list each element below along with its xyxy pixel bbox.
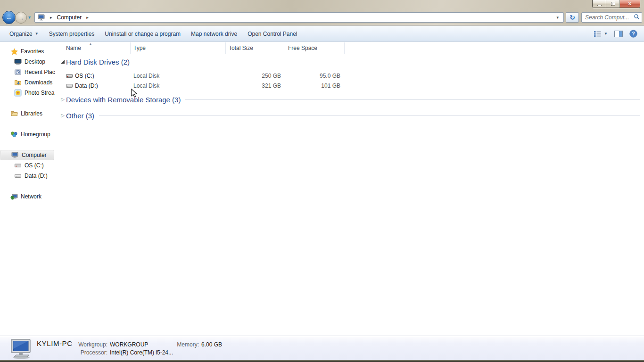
group-header-other[interactable]: ▷ Other (3) — [55, 109, 644, 122]
sidebar-item-computer[interactable]: Computer — [0, 150, 54, 160]
group-header-hard-disk-drives[interactable]: Hard Disk Drives (2) — [55, 56, 644, 68]
sidebar-item-network[interactable]: Network — [0, 191, 55, 202]
group-header-removable-storage[interactable]: ▷ Devices with Removable Storage (3) — [55, 93, 644, 106]
group-expanded-icon[interactable] — [60, 60, 66, 64]
map-network-drive-button[interactable]: Map network drive — [186, 28, 242, 40]
change-view-button[interactable]: ▼ — [594, 31, 608, 37]
window-body: Favorites Desktop Recent Plac Downloads — [0, 42, 644, 336]
drive-list: OS (C:) Local Disk 250 GB 95.0 GB Data (… — [55, 71, 644, 90]
details-pane: KYLIM-PC Workgroup: WORKGROUP Processor:… — [0, 336, 644, 360]
drive-c-icon — [66, 72, 73, 80]
breadcrumb-arrow-icon[interactable]: ▸ — [86, 15, 89, 20]
downloads-icon — [14, 79, 22, 86]
sidebar-item-os-c[interactable]: OS (C:) — [0, 160, 55, 171]
drive-c-icon — [14, 162, 22, 169]
column-header-total-size[interactable]: Total Size — [226, 42, 285, 54]
close-button[interactable]: × — [620, 0, 640, 8]
recent-places-icon — [14, 68, 22, 76]
memory-label: Memory: — [170, 341, 199, 348]
sidebar-item-desktop[interactable]: Desktop — [0, 57, 55, 67]
mouse-cursor — [131, 89, 137, 99]
restore-icon — [611, 2, 615, 6]
toolbar-right-icons: ▼ ? — [594, 30, 644, 38]
svg-text:?: ? — [632, 31, 635, 36]
forward-button[interactable]: → — [15, 12, 27, 24]
search-box[interactable] — [581, 12, 642, 23]
group-rule — [185, 99, 640, 100]
homegroup-icon — [10, 131, 18, 138]
workgroup-label: Workgroup: — [52, 341, 107, 348]
taskbar-edge — [0, 360, 644, 362]
views-icon — [594, 31, 602, 37]
titlebar: × ← → ▾ ▸ Computer ▸ ▾ ↻ — [0, 0, 644, 25]
group-collapsed-icon[interactable]: ▷ — [60, 97, 66, 102]
back-arrow-icon: ← — [6, 14, 12, 21]
processor-label: Processor: — [52, 349, 107, 356]
system-properties-button[interactable]: System properties — [44, 28, 100, 40]
libraries-icon — [10, 110, 18, 117]
window-controls: × — [592, 0, 640, 8]
minimize-button[interactable] — [593, 0, 606, 8]
photo-stream-icon — [14, 89, 22, 97]
search-icon — [634, 14, 640, 21]
processor-value: Intel(R) Core(TM) i5-24... — [110, 349, 173, 356]
address-bar[interactable]: ▸ Computer ▸ ▾ — [34, 12, 564, 23]
breadcrumb-arrow-icon[interactable]: ▸ — [50, 15, 52, 20]
drive-row-data-d[interactable]: Data (D:) Local Disk 321 GB 101 GB — [55, 81, 644, 90]
group-collapsed-icon[interactable]: ▷ — [60, 113, 66, 118]
address-dropdown-icon[interactable]: ▾ — [554, 15, 561, 20]
network-icon — [10, 193, 18, 200]
computer-icon — [38, 14, 45, 21]
drive-row-os-c[interactable]: OS (C:) Local Disk 250 GB 95.0 GB — [55, 71, 644, 81]
help-button[interactable]: ? — [629, 30, 637, 38]
details-properties: Workgroup: WORKGROUP Processor: Intel(R)… — [52, 341, 173, 357]
file-list-pane: ▲ Name Type Total Size Free Space Hard D… — [55, 42, 644, 336]
organize-button[interactable]: Organize ▼ — [4, 28, 44, 40]
column-header-type[interactable]: Type — [131, 42, 226, 54]
chevron-down-icon: ▼ — [604, 32, 608, 36]
refresh-icon: ↻ — [570, 14, 575, 21]
organize-label: Organize — [9, 31, 33, 37]
help-icon: ? — [629, 30, 637, 38]
restore-button[interactable] — [606, 0, 620, 8]
computer-large-icon — [8, 338, 33, 361]
drive-d-icon — [14, 172, 22, 180]
workgroup-value: WORKGROUP — [110, 341, 148, 348]
desktop-icon — [14, 58, 22, 66]
minimize-icon — [597, 5, 602, 6]
group-rule — [134, 62, 640, 62]
explorer-window: × ← → ▾ ▸ Computer ▸ ▾ ↻ Organize ▼ Syst… — [0, 0, 644, 362]
chevron-down-icon: ▼ — [35, 32, 39, 36]
group-rule — [99, 115, 640, 116]
forward-arrow-icon: → — [18, 15, 25, 21]
open-control-panel-button[interactable]: Open Control Panel — [242, 28, 302, 40]
preview-pane-button[interactable] — [614, 31, 623, 37]
favorites-star-icon — [10, 48, 18, 55]
preview-pane-icon — [614, 31, 623, 37]
search-input[interactable] — [585, 14, 634, 21]
sidebar-item-downloads[interactable]: Downloads — [0, 77, 55, 88]
column-header-free-space[interactable]: Free Space — [285, 42, 345, 54]
sidebar-item-homegroup[interactable]: Homegroup — [0, 129, 55, 140]
column-headers: ▲ Name Type Total Size Free Space — [55, 42, 644, 54]
sidebar-item-data-d[interactable]: Data (D:) — [0, 171, 55, 181]
memory-property: Memory: 6.00 GB — [170, 341, 222, 348]
column-header-name[interactable]: ▲ Name — [55, 42, 131, 54]
drive-d-icon — [66, 82, 73, 90]
navigation-pane: Favorites Desktop Recent Plac Downloads — [0, 42, 55, 336]
sidebar-item-favorites[interactable]: Favorites — [0, 46, 55, 57]
recent-pages-chevron-icon[interactable]: ▾ — [28, 15, 31, 20]
uninstall-program-button[interactable]: Uninstall or change a program — [99, 28, 186, 40]
back-button[interactable]: ← — [2, 11, 16, 24]
sidebar-item-libraries[interactable]: Libraries — [0, 108, 55, 119]
sort-ascending-icon: ▲ — [89, 42, 92, 46]
command-toolbar: Organize ▼ System properties Uninstall o… — [0, 26, 644, 42]
memory-value: 6.00 GB — [201, 341, 222, 348]
breadcrumb-location[interactable]: Computer — [57, 14, 82, 21]
close-icon: × — [628, 0, 631, 7]
computer-icon — [11, 151, 19, 159]
sidebar-item-recent-places[interactable]: Recent Plac — [0, 67, 55, 77]
refresh-button[interactable]: ↻ — [566, 12, 579, 23]
sidebar-item-photo-stream[interactable]: Photo Strea — [0, 88, 55, 98]
